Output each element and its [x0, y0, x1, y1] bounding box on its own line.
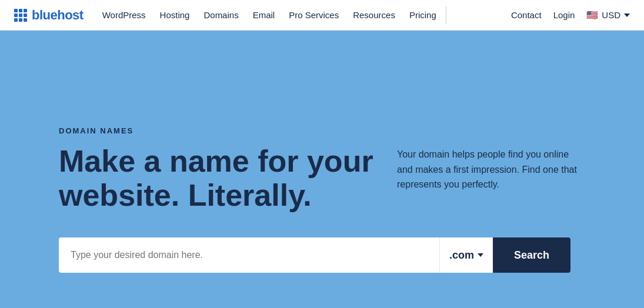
navbar-right: Contact Login 🇺🇸 USD	[511, 10, 630, 20]
tld-value: .com	[449, 249, 474, 262]
hero-section: DOMAIN NAMES Make a name for your websit…	[0, 31, 644, 308]
login-link[interactable]: Login	[553, 10, 575, 20]
domain-search-input[interactable]	[59, 237, 439, 273]
tld-chevron-icon	[478, 253, 483, 257]
navbar-left: bluehost WordPress Hosting Domains Email…	[14, 8, 436, 23]
nav-links: WordPress Hosting Domains Email Pro Serv…	[102, 10, 436, 21]
logo-grid-icon	[14, 9, 27, 22]
nav-resources[interactable]: Resources	[353, 10, 395, 20]
domain-input-wrapper: .com	[59, 237, 493, 273]
hero-content: DOMAIN NAMES Make a name for your websit…	[59, 126, 441, 212]
nav-domains[interactable]: Domains	[203, 10, 238, 20]
nav-email[interactable]: Email	[253, 10, 275, 20]
contact-link[interactable]: Contact	[511, 10, 542, 20]
navbar: bluehost WordPress Hosting Domains Email…	[0, 0, 644, 31]
search-button[interactable]: Search	[493, 237, 570, 273]
hero-label: DOMAIN NAMES	[59, 126, 441, 135]
nav-wordpress[interactable]: WordPress	[102, 10, 146, 20]
logo-link[interactable]: bluehost	[14, 8, 84, 23]
chevron-down-icon	[624, 14, 630, 17]
hero-title: Make a name for your website. Literally.	[59, 145, 388, 212]
logo-text: bluehost	[32, 8, 84, 23]
nav-pro-services[interactable]: Pro Services	[289, 10, 339, 20]
hero-description-block: Your domain helps people find you online…	[397, 147, 585, 192]
nav-hosting[interactable]: Hosting	[160, 10, 190, 20]
domain-search-container: .com Search	[59, 237, 570, 273]
flag-icon: 🇺🇸	[586, 11, 598, 19]
currency-selector[interactable]: 🇺🇸 USD	[586, 10, 630, 20]
nav-pricing[interactable]: Pricing	[409, 10, 436, 20]
hero-description: Your domain helps people find you online…	[397, 147, 585, 192]
navbar-divider	[446, 6, 446, 24]
currency-label: USD	[602, 10, 620, 20]
tld-selector-button[interactable]: .com	[439, 237, 493, 273]
